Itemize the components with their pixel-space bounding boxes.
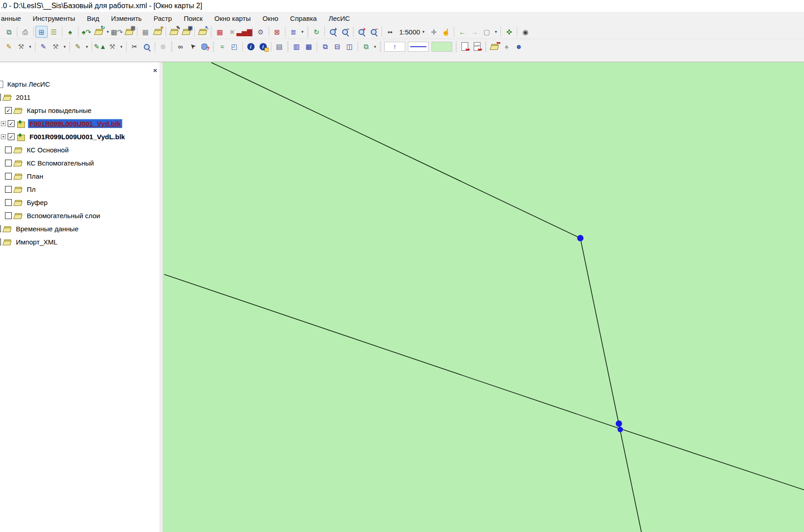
export-dxf-icon[interactable]: DXF➥ <box>471 41 483 53</box>
open-map-dropdown[interactable]: ▾ <box>105 26 111 38</box>
layer-order-icon[interactable]: ≣ <box>287 26 299 38</box>
import-tree-icon[interactable]: ♠ <box>500 41 513 53</box>
layer-order-dropdown[interactable]: ▾ <box>299 26 305 38</box>
close-map-icon[interactable]: ↖ <box>196 26 209 38</box>
tree-item[interactable]: Импорт_XML <box>0 235 160 249</box>
report-icon[interactable]: ▤ <box>273 41 285 53</box>
zoom-in-icon[interactable]: + <box>327 26 339 38</box>
info-icon[interactable]: i <box>245 41 257 53</box>
fill-style-preview[interactable] <box>431 42 452 52</box>
find-binoculars-icon[interactable]: ∞ <box>174 41 186 53</box>
draw-area-icon[interactable]: ✎▲ <box>94 41 106 53</box>
expand-plus-icon[interactable]: + <box>1 121 6 126</box>
draw-polygon-icon[interactable]: ✎ <box>72 41 84 53</box>
window-list-icon[interactable]: ▥ <box>290 41 303 53</box>
tree-item[interactable]: Буфер <box>0 196 160 209</box>
layer-checkbox[interactable] <box>5 186 12 193</box>
preview-window-icon[interactable]: ◰ <box>228 41 240 53</box>
view-back-icon[interactable]: ← <box>456 26 468 38</box>
info-plus-icon[interactable]: i <box>257 41 269 53</box>
tree-item[interactable]: КС Вспомогательный <box>0 156 160 170</box>
layer-checkbox[interactable] <box>5 199 12 206</box>
tree-item[interactable]: ✓Карты повыдельные <box>0 104 160 117</box>
tree-item[interactable]: План <box>0 170 160 183</box>
layer-checkbox[interactable]: ✓ <box>8 133 15 140</box>
tree-item[interactable]: 2011 <box>0 91 160 104</box>
pan-hand-icon[interactable]: ☝ <box>440 26 452 38</box>
line-style-preview[interactable] <box>408 42 429 52</box>
close-window-icon[interactable]: ⊠ <box>271 26 283 38</box>
scale-combobox[interactable]: 1:5000▾ <box>396 26 427 37</box>
layer-checkbox[interactable]: ✓ <box>5 107 12 114</box>
layer-checkbox[interactable] <box>5 173 12 180</box>
symbol-tool-icon[interactable]: ⚒ <box>15 41 27 53</box>
select-cursor-icon[interactable]: ➤ <box>186 41 199 53</box>
layer-checkbox[interactable] <box>5 160 12 166</box>
window-settings-icon[interactable]: ⚙ <box>255 26 267 38</box>
stop-icon[interactable]: ⊗ <box>157 41 169 53</box>
zoom-out-icon[interactable]: − <box>339 26 351 38</box>
menu-raster[interactable]: Растр <box>147 12 178 25</box>
scale-bar-icon[interactable]: ▪▪ <box>384 26 396 38</box>
info-db-icon[interactable]: ? <box>199 41 211 53</box>
view-forward-icon[interactable]: → <box>468 26 480 38</box>
menu-data[interactable]: анные <box>0 12 27 25</box>
tree-panel-toggle-icon[interactable]: ⊞ <box>35 26 48 38</box>
area-tool-dropdown[interactable]: ▾ <box>118 41 124 53</box>
zoom-out-step-icon[interactable]: − <box>368 26 380 38</box>
combo-arrow-icon[interactable]: ▾ <box>422 29 425 34</box>
tile-vertical-icon[interactable]: ◫ <box>343 41 356 53</box>
tree-item[interactable]: +✓♠F001R099L009U001_VydL.blk <box>0 130 160 143</box>
layer-checkbox[interactable] <box>5 146 12 153</box>
fit-view-icon[interactable]: ✜ <box>503 26 515 38</box>
raster-rotate-icon[interactable]: ▦↷ <box>111 26 123 38</box>
open-map-icon[interactable]: ↻ <box>93 26 105 38</box>
tree-item[interactable]: Временные данные <box>0 222 160 235</box>
legend-settings-icon[interactable]: ≈ <box>216 41 228 53</box>
menu-map-window[interactable]: Окно карты <box>209 12 257 25</box>
edit-map-icon[interactable]: ✎ <box>168 26 180 38</box>
menu-window[interactable]: Окно <box>256 12 284 25</box>
arrange-windows-dropdown[interactable]: ▾ <box>372 41 378 53</box>
cascade-windows-icon[interactable]: ⧉ <box>319 41 331 53</box>
refresh-map-icon[interactable]: ↻ <box>310 26 323 38</box>
panel-splitter[interactable] <box>160 62 163 532</box>
tree-item[interactable]: Пл <box>0 183 160 196</box>
search-zoom-icon[interactable] <box>141 41 153 53</box>
previous-view-icon[interactable]: ▢ <box>480 26 493 38</box>
close-panel-button[interactable]: × <box>153 67 157 74</box>
previous-view-dropdown[interactable]: ▾ <box>493 26 499 38</box>
tree-item[interactable]: КС Основной <box>0 143 160 156</box>
arrange-windows-icon[interactable]: ⧉ <box>360 41 372 53</box>
line-tool-icon[interactable]: ⚒ <box>49 41 62 53</box>
print-icon[interactable]: ⎙ <box>19 26 31 38</box>
chart-icon[interactable]: ▃▅▇ <box>238 26 250 38</box>
symbol-style-preview[interactable]: ↑ <box>384 42 405 52</box>
draw-symbol-icon[interactable]: ✎ <box>3 41 15 53</box>
visibility-eye-icon[interactable]: ◉ <box>519 26 531 38</box>
window-table-icon[interactable]: ▦ <box>303 41 315 53</box>
layer-checkbox[interactable] <box>5 212 12 219</box>
tree-item[interactable]: +✓♠F001R099L009U001_Vyd.blk <box>0 117 160 130</box>
palette-icon[interactable]: ▦ <box>214 26 226 38</box>
layer-checkbox[interactable] <box>0 94 1 101</box>
layer-checkbox[interactable] <box>0 225 1 232</box>
menu-edit[interactable]: Изменить <box>105 12 148 25</box>
tree-rotate-icon[interactable]: ♠↷ <box>80 26 93 38</box>
menu-search[interactable]: Поиск <box>178 12 209 25</box>
export-report-icon[interactable]: ➥ <box>459 41 471 53</box>
layer-checkbox[interactable] <box>0 239 1 245</box>
layer-checkbox[interactable]: ✓ <box>8 120 15 127</box>
menu-instruments[interactable]: Инструменты <box>27 12 81 25</box>
area-tool-icon[interactable]: ⚒ <box>106 41 118 53</box>
draw-polygon-dropdown[interactable]: ▾ <box>84 41 90 53</box>
tree-item[interactable]: Вспомогательный слои <box>0 209 160 222</box>
pan-to-icon[interactable]: ✛ <box>427 26 440 38</box>
export-user-icon[interactable]: ☻ <box>513 41 525 53</box>
tree-item[interactable]: Карты ЛесИС <box>0 78 160 91</box>
legend-list-icon[interactable]: ☰ <box>48 26 60 38</box>
cut-objects-icon[interactable]: ✂ <box>128 41 141 53</box>
export-map-icon[interactable]: ➥ <box>488 41 500 53</box>
tile-horizontal-icon[interactable]: ⊟ <box>331 41 343 53</box>
save-map-icon[interactable]: ▣ <box>180 26 192 38</box>
